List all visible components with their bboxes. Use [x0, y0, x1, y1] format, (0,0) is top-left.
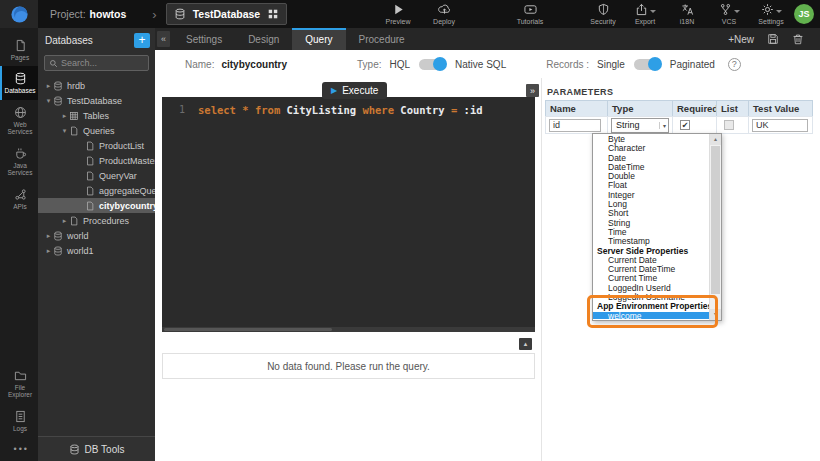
- sql-code-line[interactable]: select * from CityListing where Country …: [198, 104, 532, 116]
- param-test-value-input[interactable]: [752, 119, 808, 132]
- dropdown-scrollbar[interactable]: ▴ ▾: [709, 134, 721, 320]
- type-option-native-sql[interactable]: Native SQL: [455, 59, 506, 70]
- param-type-select[interactable]: String ▾: [611, 118, 669, 133]
- records-toggle[interactable]: [634, 59, 660, 70]
- trash-icon[interactable]: [792, 33, 804, 45]
- editor-gutter: 1: [162, 97, 194, 332]
- type-toggle[interactable]: [419, 59, 445, 70]
- tree-item-hrdb[interactable]: ▸hrdb: [38, 78, 155, 93]
- tree-item-label: world: [67, 231, 89, 241]
- tree-item-world[interactable]: ▸world: [38, 228, 155, 243]
- help-icon[interactable]: ?: [728, 58, 741, 71]
- sidebar-item-java-services[interactable]: Java Services: [0, 141, 38, 182]
- tab-query[interactable]: Query: [292, 28, 345, 50]
- expand-arrow-icon[interactable]: ▸: [60, 112, 69, 120]
- dropdown-scrollbar-thumb[interactable]: [711, 146, 720, 294]
- tab-procedure[interactable]: Procedure: [346, 28, 418, 50]
- panel-title: Databases: [45, 35, 93, 46]
- expand-arrow-icon[interactable]: ▸: [44, 232, 53, 240]
- database-icon: [53, 81, 63, 91]
- tree-item-world1[interactable]: ▸world1: [38, 243, 155, 258]
- search-box[interactable]: [44, 55, 149, 71]
- app-logo[interactable]: [0, 0, 38, 28]
- type-option-hql[interactable]: HQL: [390, 59, 411, 70]
- sidebar-item-logs[interactable]: Logs: [0, 404, 38, 437]
- tree-item-queries[interactable]: ▾Queries: [38, 123, 155, 138]
- tree-item-productmasterlist[interactable]: ProductMasterList: [38, 153, 155, 168]
- tree-item-citybycountry[interactable]: citybycountry: [38, 198, 155, 213]
- floppy-icon[interactable]: [767, 33, 779, 45]
- records-option-paginated[interactable]: Paginated: [670, 59, 715, 70]
- list-checkbox[interactable]: [724, 120, 734, 130]
- database-icon: [174, 8, 186, 20]
- tab-design[interactable]: Design: [235, 28, 292, 50]
- gear-icon: [761, 3, 774, 16]
- database-selector-tab[interactable]: TestDatabase: [166, 3, 288, 25]
- sql-editor[interactable]: 1 select * from CityListing where Countr…: [162, 97, 535, 332]
- scroll-up-icon[interactable]: ▴: [710, 134, 721, 145]
- activity-bar: PagesDatabasesWeb ServicesJava ServicesA…: [0, 28, 38, 461]
- sidebar-item-apis[interactable]: APIs: [0, 182, 38, 215]
- preview-button[interactable]: Preview: [381, 3, 415, 25]
- collapse-panel-icon[interactable]: «: [157, 31, 170, 47]
- search-input[interactable]: [61, 58, 144, 68]
- table-icon: [69, 111, 79, 121]
- sidebar-item-label: File Explorer: [3, 384, 37, 399]
- expand-params-icon[interactable]: »: [526, 84, 539, 97]
- expand-arrow-icon[interactable]: ▸: [60, 217, 69, 225]
- tab-settings[interactable]: Settings: [173, 28, 235, 50]
- tree-item-queryvar[interactable]: QueryVar: [38, 168, 155, 183]
- tree-item-label: hrdb: [67, 81, 85, 91]
- i18n-button[interactable]: i18N: [670, 3, 704, 25]
- user-avatar[interactable]: JS: [794, 4, 814, 24]
- chevron-down-icon: [776, 10, 782, 13]
- sidebar-item-web-services[interactable]: Web Services: [0, 100, 38, 141]
- security-button[interactable]: Security: [586, 3, 620, 25]
- settings-button[interactable]: Settings: [754, 3, 788, 25]
- vcs-button[interactable]: VCS: [712, 3, 746, 25]
- scrollbar-thumb[interactable]: [164, 328, 332, 331]
- action-label: Settings: [758, 18, 783, 25]
- export-button[interactable]: Export: [628, 3, 662, 25]
- tree-item-procedures[interactable]: ▸Procedures: [38, 213, 155, 228]
- sidebar-item-pages[interactable]: Pages: [0, 33, 38, 66]
- dropdown-option-welcome[interactable]: welcome: [593, 312, 709, 319]
- grid-menu-icon: [267, 8, 279, 20]
- required-checkbox[interactable]: ✔: [680, 120, 690, 130]
- new-query-button[interactable]: +New: [728, 34, 754, 45]
- database-icon: [53, 96, 63, 106]
- database-icon: [69, 444, 80, 455]
- no-data-message: No data found. Please run the query.: [267, 361, 430, 372]
- tree-item-label: TestDatabase: [67, 96, 122, 106]
- parameters-title: PARAMETERS: [547, 87, 818, 97]
- sidebar-item-file-explorer[interactable]: File Explorer: [0, 363, 38, 404]
- scroll-down-icon[interactable]: ▾: [710, 309, 721, 320]
- collapse-arrow-icon[interactable]: ▾: [60, 127, 69, 135]
- editor-horizontal-scrollbar[interactable]: [162, 327, 535, 332]
- collapse-arrow-icon[interactable]: ▾: [44, 97, 53, 105]
- execute-button[interactable]: ▶ Execute: [322, 82, 387, 99]
- tree-item-tables[interactable]: ▸Tables: [38, 108, 155, 123]
- sidebar-item-more[interactable]: •••: [0, 437, 38, 461]
- query-name-value: citybycountry: [221, 59, 287, 70]
- sql-token-keyword: from: [255, 104, 287, 116]
- database-selector-label: TestDatabase: [193, 8, 261, 20]
- deploy-button[interactable]: Deploy: [427, 3, 461, 25]
- query-toolbar: Name: citybycountry Type: HQL Native SQL…: [155, 50, 820, 78]
- expand-arrow-icon[interactable]: ▸: [44, 247, 53, 255]
- wavemaker-studio-window: Project:howtos › TestDatabase PreviewDep…: [0, 0, 820, 461]
- panel-divider: [541, 78, 542, 461]
- tree-item-aggregatequery[interactable]: aggregateQuery: [38, 183, 155, 198]
- tutorials-button[interactable]: Tutorials: [513, 3, 547, 25]
- records-option-single[interactable]: Single: [597, 59, 625, 70]
- param-name-input[interactable]: [549, 119, 601, 132]
- collapse-results-icon[interactable]: ▴: [519, 338, 532, 350]
- tree-item-productlist[interactable]: ProductList: [38, 138, 155, 153]
- expand-arrow-icon[interactable]: ▸: [44, 82, 53, 90]
- tree-item-testdatabase[interactable]: ▾TestDatabase: [38, 93, 155, 108]
- add-database-button[interactable]: +: [134, 33, 150, 48]
- sidebar-item-databases[interactable]: Databases: [0, 66, 38, 99]
- results-placeholder: No data found. Please run the query.: [162, 353, 535, 379]
- db-tools-button[interactable]: DB Tools: [38, 436, 155, 461]
- topbar-actions-right: SecurityExporti18NVCSSettings: [586, 3, 788, 25]
